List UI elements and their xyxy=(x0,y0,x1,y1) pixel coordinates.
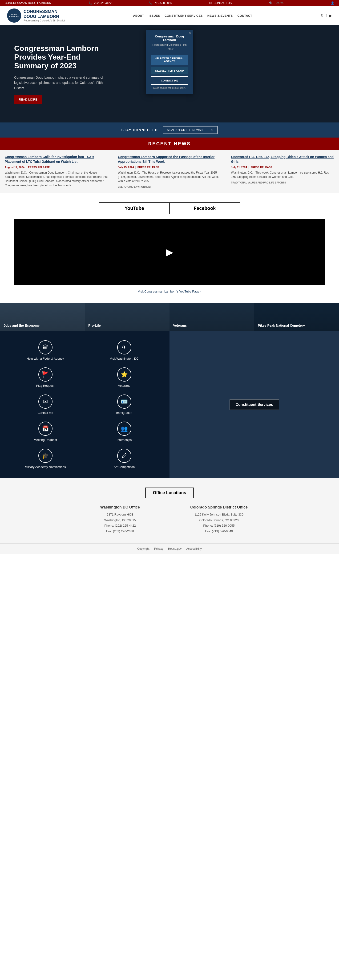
office-locations-section: Office Locations Washington DC Office 23… xyxy=(0,478,339,543)
service-flag-request[interactable]: 🚩 Flag Request xyxy=(10,368,81,387)
hero-title: Congressman Lamborn Provides Year-End Su… xyxy=(14,44,108,70)
service-federal-agency[interactable]: 🏛 Help with a Federal Agency xyxy=(10,340,81,360)
top-bar-title: CONGRESSMAN DOUG LAMBORN xyxy=(5,2,51,5)
top-bar-contact[interactable]: ✉ CONTACT US xyxy=(209,2,232,5)
logo-area[interactable]: DOUGLAMBORN CONGRESSMANDOUG LAMBORN Repr… xyxy=(7,8,65,22)
logo-text: CONGRESSMANDOUG LAMBORN xyxy=(24,9,65,19)
cs-office-name: Colorado Springs District Office xyxy=(174,505,264,509)
facebook-icon[interactable]: f xyxy=(326,13,327,18)
social-nav: 𝕏 f ▶ xyxy=(320,13,332,18)
news-card-3: Sponsored H.J. Res. 165, Stopping Biden'… xyxy=(226,150,339,193)
news-body-1: Washington, D.C. - Congressman Doug Lamb… xyxy=(5,170,108,188)
top-bar-phone1: 📞 202-225-4422 xyxy=(89,2,111,5)
nav-about[interactable]: ABOUT xyxy=(133,14,144,18)
service-immigration[interactable]: 🪪 Immigration xyxy=(88,395,160,415)
issues-grid: Jobs and the Economy Pro-Life Veterans P… xyxy=(0,303,339,331)
service-label-art: Art Competition xyxy=(114,465,135,469)
newsletter-signup-button[interactable]: SIGN UP FOR THE NEWSLETTER › xyxy=(163,126,218,134)
service-meeting-request[interactable]: 📅 Meeting Request xyxy=(10,422,81,442)
footer-privacy[interactable]: Privacy xyxy=(154,547,163,550)
modal-contact-button[interactable]: CONTACT ME xyxy=(151,76,188,85)
news-title-1[interactable]: Congressman Lamborn Calls for Investigat… xyxy=(5,155,108,164)
news-title-3[interactable]: Sponsored H.J. Res. 165, Stopping Biden'… xyxy=(231,155,334,164)
visit-dc-icon: ✈ xyxy=(117,340,131,355)
search-input[interactable] xyxy=(274,2,293,5)
site-header: DOUGLAMBORN CONGRESSMANDOUG LAMBORN Repr… xyxy=(0,6,339,25)
stay-connected-label: Stay Connected xyxy=(121,128,158,132)
modal-federal-button[interactable]: HELP WITH A FEDERAL AGENCY xyxy=(151,55,188,65)
dc-office-name: Washington DC Office xyxy=(75,505,165,509)
military-academy-icon: 🎓 xyxy=(38,449,53,463)
youtube-tab[interactable]: YouTube xyxy=(99,203,170,214)
issue-pro-life[interactable]: Pro-Life xyxy=(85,303,170,331)
service-label-internships: Internships xyxy=(117,438,132,442)
logo-image: DOUGLAMBORN xyxy=(7,8,21,22)
news-grid: Congressman Lamborn Calls for Investigat… xyxy=(0,150,339,193)
washington-dc-office: Washington DC Office 2371 Rayburn HOB Wa… xyxy=(75,505,165,534)
service-label-dc: Visit Washington, DC xyxy=(110,357,138,360)
constituent-services-title: Constituent Services xyxy=(236,402,273,407)
nav-news-events[interactable]: NEWS & EVENTS xyxy=(207,14,233,18)
nav-constituent-services[interactable]: CONSTITUENT SERVICES xyxy=(165,14,203,18)
modal-close-icon[interactable]: ✕ xyxy=(188,31,191,35)
user-avatar-icon: 👤 xyxy=(331,2,334,5)
top-bar-phone2: 📞 719-520-0055 xyxy=(149,2,172,5)
top-bar-search[interactable]: 🔍 xyxy=(269,2,293,5)
constituent-services-section: 🏛 Help with a Federal Agency ✈ Visit Was… xyxy=(0,331,339,478)
top-bar-avatar[interactable]: 👤 xyxy=(331,2,334,5)
footer-copyright[interactable]: Copyright xyxy=(137,547,149,550)
services-grid: 🏛 Help with a Federal Agency ✈ Visit Was… xyxy=(10,340,160,469)
modal-dismiss-link[interactable]: Close and do not display again. xyxy=(151,87,188,89)
footer-house-gov[interactable]: House.gov xyxy=(168,547,181,550)
service-label-contact: Contact Me xyxy=(37,411,53,415)
issue-pikes-peak[interactable]: Pikes Peak National Cemetery xyxy=(254,303,339,331)
issue-label-4: Pikes Peak National Cemetery xyxy=(258,324,305,328)
site-footer: Copyright Privacy House.gov Accessibilit… xyxy=(0,543,339,554)
nav-issues[interactable]: ISSUES xyxy=(149,14,160,18)
art-icon: 🖊 xyxy=(117,449,131,463)
services-left-panel: 🏛 Help with a Federal Agency ✈ Visit Was… xyxy=(0,331,170,478)
services-right-panel: Constituent Services xyxy=(170,331,339,478)
meeting-icon: 📅 xyxy=(38,422,53,436)
nav-contact[interactable]: CONTACT xyxy=(237,14,252,18)
hero-read-more-button[interactable]: READ MORE xyxy=(14,95,42,103)
service-label-immigration: Immigration xyxy=(116,411,132,415)
stay-connected-bar: Stay Connected SIGN UP FOR THE NEWSLETTE… xyxy=(0,123,339,138)
recent-news-header: RECENT NEWS xyxy=(0,138,339,150)
service-label-veterans: Veterans xyxy=(118,384,130,387)
phone1-icon: 📞 xyxy=(89,2,92,5)
modal-newsletter-button[interactable]: NEWSLETTER SIGNUP xyxy=(151,67,188,75)
service-veterans[interactable]: ⭐ Veterans xyxy=(88,368,160,387)
colorado-springs-office: Colorado Springs District Office 1125 Ke… xyxy=(174,505,264,534)
service-military-academy[interactable]: 🎓 Military Academy Nominations xyxy=(10,449,81,469)
congressman-label: CONGRESSMAN DOUG LAMBORN xyxy=(5,2,51,5)
news-tag-2: ENERGY AND ENVIRONMENT xyxy=(118,186,221,188)
news-meta-1: August 12, 2024 | PRESS RELEASE xyxy=(5,166,108,169)
twitter-x-icon[interactable]: 𝕏 xyxy=(320,13,323,18)
play-icon: ▶ xyxy=(166,247,173,258)
cs-office-address: 1125 Kelly Johnson Blvd., Suite 330 Colo… xyxy=(174,512,264,534)
service-contact[interactable]: ✉ Contact Me xyxy=(10,395,81,415)
contact-icon: ✉ xyxy=(209,2,212,5)
dc-office-address: 2371 Rayburn HOB Washington, DC 20515 Ph… xyxy=(75,512,165,534)
offices-grid: Washington DC Office 2371 Rayburn HOB Wa… xyxy=(75,505,264,534)
phone1-text: 202-225-4422 xyxy=(94,2,111,5)
news-title-2[interactable]: Congressman Lamborn Supported the Passag… xyxy=(118,155,221,164)
youtube-page-link[interactable]: Visit Congressman Lamborn's YouTube Page… xyxy=(14,290,325,293)
popup-modal: ✕ Congressman Doug Lamborn Representing … xyxy=(146,30,193,94)
footer-accessibility[interactable]: Accessibility xyxy=(186,547,202,550)
issue-label-1: Jobs and the Economy xyxy=(3,324,40,328)
youtube-icon[interactable]: ▶ xyxy=(329,13,332,18)
service-visit-dc[interactable]: ✈ Visit Washington, DC xyxy=(88,340,160,360)
phone2-icon: 📞 xyxy=(149,2,153,5)
issue-jobs-economy[interactable]: Jobs and the Economy xyxy=(0,303,85,331)
service-label-federal: Help with a Federal Agency xyxy=(27,357,64,360)
facebook-tab[interactable]: Facebook xyxy=(170,203,240,214)
service-art-competition[interactable]: 🖊 Art Competition xyxy=(88,449,160,469)
office-locations-title: Office Locations xyxy=(145,487,194,498)
contact-text: CONTACT US xyxy=(213,2,232,5)
issue-veterans[interactable]: Veterans xyxy=(170,303,254,331)
issue-label-2: Pro-Life xyxy=(88,324,101,328)
news-body-3: Washington, D.C. - This week, Congressma… xyxy=(231,170,334,179)
service-internships[interactable]: 👥 Internships xyxy=(88,422,160,442)
